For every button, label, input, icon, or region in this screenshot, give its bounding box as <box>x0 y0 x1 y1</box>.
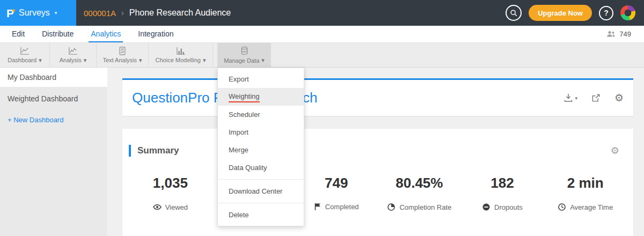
menu-divider <box>218 179 304 180</box>
toolbar-item-manage-data[interactable]: Manage Data ▾ <box>217 43 271 67</box>
menu-item-scheduler[interactable]: Scheduler <box>218 106 304 123</box>
database-icon <box>240 46 249 55</box>
upgrade-now-button[interactable]: Upgrade Now <box>529 5 592 21</box>
chevron-down-icon: ▾ <box>261 57 265 64</box>
download-glyph <box>564 93 573 102</box>
stat-label-text: Viewed <box>165 203 188 211</box>
toolbar-item-label: Dashboard <box>8 57 36 63</box>
breadcrumb-separator-icon: › <box>121 9 124 17</box>
toolbar-item-label: Manage Data <box>224 57 259 64</box>
breadcrumb-survey-title: Phone Research Audience <box>129 8 231 18</box>
menu-item-weighting[interactable]: Weighting <box>218 88 304 106</box>
stat-label-text: Average Time <box>570 203 613 211</box>
summary-heading: Summary <box>137 145 179 156</box>
stat-value: 80.45% <box>378 176 461 190</box>
nav-tab-analytics[interactable]: Analytics <box>89 26 123 42</box>
menu-item-data-quality[interactable]: Data Quality <box>218 159 304 176</box>
menu-item-merge[interactable]: Merge <box>218 141 304 159</box>
topbar-actions: Upgrade Now ? <box>506 5 644 21</box>
toolbar-item-label: Text Analysis <box>103 57 137 63</box>
body: My Dashboard Weighted Dashboard + New Da… <box>0 68 644 236</box>
new-dashboard-link[interactable]: + New Dashboard <box>0 116 107 124</box>
main-content: QuestionPro Phone Research ▾ <box>107 68 644 236</box>
chevron-down-icon: ▾ <box>39 57 42 64</box>
chevron-down-icon: ▾ <box>84 57 87 64</box>
stat-value: 2 min <box>544 176 627 190</box>
dropouts-icon <box>482 203 491 211</box>
menu-item-import[interactable]: Import <box>218 123 304 141</box>
flag-icon <box>314 203 321 211</box>
survey-nav: Edit Distribute Analytics Integration 74… <box>0 26 644 43</box>
toolbar-item-text-analysis[interactable]: Text Analysis ▾ <box>97 43 149 67</box>
chevron-down-icon: ▾ <box>203 57 206 64</box>
respondent-count[interactable]: 749 <box>606 26 644 42</box>
stat-label-text: Completion Rate <box>399 203 451 211</box>
stat-viewed: 1,035 Viewed <box>129 176 212 211</box>
share-icon[interactable] <box>591 93 601 102</box>
eye-icon <box>153 203 162 211</box>
nav-tab-integration[interactable]: Integration <box>136 26 175 42</box>
share-glyph <box>591 93 601 102</box>
toolbar-item-label: Analysis <box>60 57 82 63</box>
colorful-profile-icon[interactable] <box>620 5 635 20</box>
dashboard-title-actions: ▾ ⚙ <box>564 93 624 103</box>
weighting-label-red-underline: Weighting <box>229 92 260 102</box>
menu-item-export[interactable]: Export <box>218 70 304 88</box>
breadcrumb: 000001A › Phone Research Audience <box>84 8 231 18</box>
topbar: P Surveys ▾ 000001A › Phone Research Aud… <box>0 0 644 26</box>
chevron-down-icon: ▾ <box>139 57 142 64</box>
breadcrumb-survey-id[interactable]: 000001A <box>84 9 116 18</box>
download-icon[interactable]: ▾ <box>564 93 577 102</box>
menu-divider <box>218 203 304 203</box>
help-icon[interactable]: ? <box>599 6 613 20</box>
dashboard-sidebar: My Dashboard Weighted Dashboard + New Da… <box>0 68 107 236</box>
product-switcher[interactable]: P Surveys ▾ <box>0 0 76 26</box>
stat-dropouts: 182 Dropouts <box>461 176 544 211</box>
stat-average-time: 2 min Average Time <box>544 176 627 211</box>
toolbar-item-dashboard[interactable]: Dashboard ▾ <box>0 43 50 67</box>
questionpro-logo-icon: P <box>6 8 14 19</box>
analysis-chart-icon <box>68 47 78 55</box>
magnifier-glyph <box>510 9 518 17</box>
nav-tab-distribute[interactable]: Distribute <box>40 26 76 42</box>
summary-gear-icon[interactable]: ⚙ <box>611 146 627 156</box>
stat-label-text: Dropouts <box>494 203 523 211</box>
toolbar-item-label: Choice Modelling <box>156 57 201 63</box>
summary-header: Summary ⚙ <box>129 145 627 157</box>
summary-stats: 1,035 Viewed 749 <box>129 176 627 211</box>
manage-data-dropdown: Export Weighting Scheduler Import Merge … <box>217 68 304 226</box>
product-name: Surveys <box>19 8 50 18</box>
chevron-down-icon: ▾ <box>55 10 57 16</box>
text-analysis-doc-icon <box>118 47 127 55</box>
menu-item-download-center[interactable]: Download Center <box>218 182 304 200</box>
people-icon <box>606 30 616 38</box>
settings-gear-icon[interactable]: ⚙ <box>614 93 624 103</box>
stat-value: 749 <box>295 176 378 190</box>
clock-icon <box>558 203 566 211</box>
dashboard-title-card: QuestionPro Phone Research ▾ <box>122 78 633 116</box>
stat-value: 1,035 <box>129 176 212 190</box>
toolbar-item-analysis[interactable]: Analysis ▾ <box>50 43 97 67</box>
stat-completed: 749 Completed <box>295 176 378 211</box>
respondent-count-value: 749 <box>619 30 631 38</box>
nav-tab-edit[interactable]: Edit <box>10 26 27 42</box>
sidebar-item-my-dashboard[interactable]: My Dashboard <box>0 68 107 87</box>
line-chart-icon <box>20 47 30 55</box>
analytics-toolbar: Dashboard ▾ Analysis ▾ Text Analysis ▾ <box>0 43 644 68</box>
stat-completion-rate: 80.45% Completion Rate <box>378 176 461 211</box>
completion-rate-icon <box>387 203 396 211</box>
summary-accent-bar <box>129 145 131 157</box>
search-icon[interactable] <box>506 5 522 21</box>
summary-card: Summary ⚙ 1,035 Viewed <box>122 129 633 236</box>
menu-item-delete[interactable]: Delete <box>218 206 304 224</box>
stat-label-text: Completed <box>325 203 359 211</box>
toolbar-item-choice-modelling[interactable]: Choice Modelling ▾ <box>149 43 213 67</box>
sidebar-item-weighted-dashboard[interactable]: Weighted Dashboard <box>0 89 107 108</box>
bar-chart-icon <box>176 47 186 55</box>
chevron-down-icon: ▾ <box>575 95 577 101</box>
stat-value: 182 <box>461 176 544 190</box>
